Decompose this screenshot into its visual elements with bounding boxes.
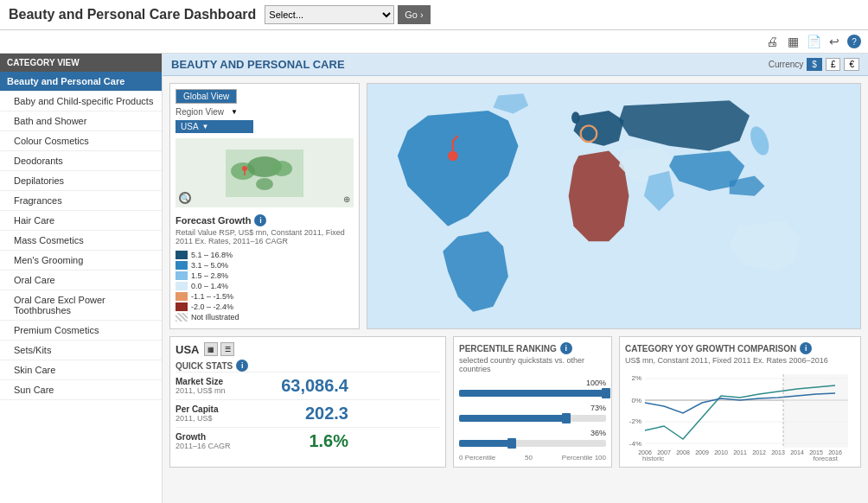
print-icon[interactable]: 🖨 bbox=[764, 34, 780, 49]
page-title: Beauty and Personal Care Dashboard bbox=[9, 7, 256, 22]
yoy-info-icon[interactable]: i bbox=[800, 342, 812, 354]
category-select[interactable]: Select... bbox=[265, 5, 394, 24]
help-icon[interactable]: ? bbox=[847, 35, 861, 48]
header: Beauty and Personal Care Dashboard Selec… bbox=[0, 0, 868, 30]
sidebar-item[interactable]: Oral Care bbox=[0, 271, 162, 290]
share-icon[interactable]: ↩ bbox=[827, 34, 842, 49]
forecast-title: Forecast Growth i bbox=[176, 214, 354, 226]
sidebar-item[interactable]: Fragrances bbox=[0, 191, 162, 211]
legend-item: 5.1 – 16.8% bbox=[176, 251, 354, 259]
percentile-row-1: 100% bbox=[459, 379, 606, 397]
go-button[interactable]: Go › bbox=[398, 5, 430, 24]
legend-item: 3.1 – 5.0% bbox=[176, 261, 354, 270]
svg-point-9 bbox=[571, 111, 579, 124]
chart-footer-forecast: forecast bbox=[814, 455, 838, 462]
region-view-arrow[interactable]: ▼ bbox=[231, 108, 238, 116]
pdf-icon[interactable]: 📄 bbox=[806, 34, 821, 49]
sidebar-item[interactable]: Men's Grooming bbox=[0, 251, 162, 271]
map-region-row: Region View ▼ bbox=[176, 107, 354, 117]
svg-text:2011: 2011 bbox=[733, 449, 747, 455]
percentile-row-3: 36% bbox=[459, 429, 606, 447]
bar-fill-2 bbox=[459, 415, 566, 422]
legend-color-swatch bbox=[176, 251, 188, 259]
market-size-row: Market Size 2011, US$ mn 63,086.4 bbox=[176, 372, 440, 396]
qs-icons: ▦ ☰ bbox=[204, 342, 234, 356]
svg-text:2013: 2013 bbox=[771, 449, 785, 455]
region-dropdown[interactable]: USA ▼ bbox=[176, 120, 253, 133]
qs-list-icon[interactable]: ☰ bbox=[220, 342, 234, 356]
axis-left: 0 Percentile bbox=[459, 454, 495, 462]
chart-footer-historic: historic bbox=[642, 455, 664, 462]
svg-text:2008: 2008 bbox=[676, 449, 690, 455]
legend-color-swatch bbox=[176, 302, 188, 311]
table-icon[interactable]: ▦ bbox=[785, 34, 801, 49]
sidebar-item[interactable]: Deodorants bbox=[0, 151, 162, 171]
svg-rect-21 bbox=[783, 374, 848, 448]
legend-item: 1.5 – 2.8% bbox=[176, 271, 354, 280]
legend-label: Not Illustrated bbox=[191, 313, 239, 322]
currency-selector: Currency $ £ € bbox=[769, 58, 859, 71]
yoy-chart-svg: 2% 0% -2% -4% bbox=[625, 370, 855, 456]
sidebar-item[interactable]: Sun Care bbox=[0, 380, 162, 400]
map-controls: Global View bbox=[176, 89, 354, 104]
qs-grid-icon[interactable]: ▦ bbox=[204, 342, 218, 356]
yoy-title: CATEGORY YOY GROWTH COMPARISON i bbox=[625, 342, 855, 354]
yoy-chart: 2% 0% -2% -4% bbox=[625, 370, 855, 456]
sidebar-item[interactable]: Mass Cosmetics bbox=[0, 231, 162, 251]
legend-item: -2.0 – -2.4% bbox=[176, 302, 354, 311]
map-zoom-icon[interactable]: 🔍 bbox=[179, 192, 191, 204]
region-view-label: Region View bbox=[176, 107, 224, 117]
sidebar-item[interactable]: Hair Care bbox=[0, 211, 162, 231]
legend-label: -2.0 – -2.4% bbox=[191, 302, 233, 311]
bottom-row: USA ▦ ☰ QUICK STATS i Market Size 20 bbox=[169, 336, 861, 468]
sidebar-item[interactable]: Oral Care Excl Power Toothbrushes bbox=[0, 290, 162, 321]
percentile-row-2: 73% bbox=[459, 404, 606, 422]
yoy-panel: CATEGORY YOY GROWTH COMPARISON i US$ mn,… bbox=[619, 336, 861, 468]
sidebar-item[interactable]: Beauty and Personal Care bbox=[0, 72, 162, 92]
bar-container-2 bbox=[459, 415, 606, 422]
sidebar-item[interactable]: Skin Care bbox=[0, 360, 162, 380]
growth-row: Growth 2011–16 CAGR 1.6% bbox=[176, 427, 440, 451]
section-title: BEAUTY AND PERSONAL CARE bbox=[171, 58, 345, 71]
world-map-svg bbox=[367, 84, 860, 328]
bar-label-1: 100% bbox=[459, 379, 606, 387]
legend-item: 0.0 – 1.4% bbox=[176, 282, 354, 290]
sidebar-item[interactable]: Depilatories bbox=[0, 171, 162, 191]
forecast-legend: 5.1 – 16.8%3.1 – 5.0%1.5 – 2.8%0.0 – 1.4… bbox=[176, 251, 354, 322]
sidebar-item[interactable]: Premium Cosmetics bbox=[0, 321, 162, 341]
main-layout: CATEGORY VIEW Beauty and Personal CareBa… bbox=[0, 54, 868, 503]
sidebar-item[interactable]: Colour Cosmetics bbox=[0, 131, 162, 151]
legend-color-swatch bbox=[176, 292, 188, 301]
currency-usd[interactable]: $ bbox=[807, 58, 822, 71]
sidebar: CATEGORY VIEW Beauty and Personal CareBa… bbox=[0, 54, 163, 503]
forecast-info-icon[interactable]: i bbox=[254, 214, 266, 226]
currency-eur[interactable]: € bbox=[844, 58, 859, 71]
region-value: USA bbox=[181, 122, 199, 131]
bar-marker-2 bbox=[562, 413, 571, 423]
svg-point-3 bbox=[271, 161, 292, 176]
bar-container-3 bbox=[459, 440, 606, 447]
sidebar-item[interactable]: Baby and Child-specific Products bbox=[0, 92, 162, 111]
svg-text:-4%: -4% bbox=[629, 440, 641, 448]
qs-info-icon[interactable]: i bbox=[236, 360, 248, 372]
svg-point-4 bbox=[256, 178, 273, 190]
currency-gbp[interactable]: £ bbox=[826, 58, 841, 71]
bar-marker-1 bbox=[602, 388, 610, 398]
world-map-large bbox=[367, 83, 861, 329]
qs-country: USA bbox=[176, 343, 199, 356]
svg-text:-2%: -2% bbox=[629, 417, 641, 425]
svg-text:0%: 0% bbox=[631, 397, 641, 404]
map-expand-icon[interactable]: ⊕ bbox=[343, 194, 350, 204]
global-view-btn[interactable]: Global View bbox=[176, 89, 237, 104]
legend-label: 0.0 – 1.4% bbox=[191, 282, 228, 290]
percentile-info-icon[interactable]: i bbox=[560, 342, 572, 354]
sidebar-items-container: Beauty and Personal CareBaby and Child-s… bbox=[0, 72, 162, 400]
region-dropdown-arrow: ▼ bbox=[202, 123, 209, 131]
bar-label-3: 36% bbox=[459, 429, 606, 437]
bar-container-1 bbox=[459, 390, 606, 397]
sidebar-item[interactable]: Sets/Kits bbox=[0, 341, 162, 360]
sidebar-item[interactable]: Bath and Shower bbox=[0, 111, 162, 131]
currency-label: Currency bbox=[769, 60, 804, 69]
market-size-value: 63,086.4 bbox=[271, 376, 348, 396]
percentile-subtitle: selected country quickstats vs. other co… bbox=[459, 356, 606, 373]
